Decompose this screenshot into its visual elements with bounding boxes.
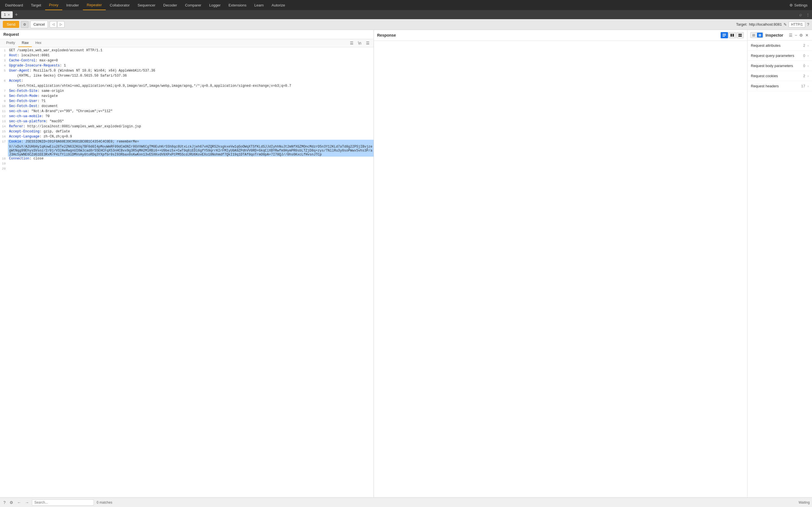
header-key: sec-ch-ua-mobile bbox=[9, 114, 42, 118]
nav-proxy[interactable]: Proxy bbox=[45, 0, 62, 10]
line-content: Sec-Fetch-Site: same-origin bbox=[8, 89, 373, 94]
nav-target[interactable]: Target bbox=[27, 0, 45, 10]
inspector-minus-icon[interactable]: − bbox=[794, 33, 798, 38]
search-input[interactable] bbox=[32, 499, 94, 506]
inspector-item-count: 2 bbox=[803, 43, 805, 48]
settings-button[interactable]: ⚙ Settings bbox=[786, 0, 811, 10]
inspector-settings-icon[interactable]: ⚙ bbox=[799, 33, 804, 38]
inspector-list-icon[interactable]: ☰ bbox=[788, 33, 793, 38]
tab-add-button[interactable]: + bbox=[13, 12, 20, 18]
inspector-item-label: Request headers bbox=[751, 84, 801, 88]
doc-icon[interactable]: ☰ bbox=[349, 40, 355, 46]
tab-search-icon[interactable]: ⌕ bbox=[797, 12, 804, 17]
line-content: Accept-Language: zh-CN,zh;q=0.9 bbox=[8, 135, 373, 140]
line-number: 15 bbox=[0, 129, 8, 135]
svg-rect-3 bbox=[730, 34, 732, 37]
nav-repeater[interactable]: Repeater bbox=[83, 0, 106, 10]
tab-bar: 1 ✕ + ⌕ ⋮ bbox=[0, 10, 812, 19]
header-value: : document bbox=[38, 104, 58, 108]
view-btn-cols[interactable] bbox=[728, 32, 736, 38]
nav-logger[interactable]: Logger bbox=[205, 0, 224, 10]
line-content bbox=[8, 162, 373, 167]
view-btn-split[interactable] bbox=[737, 32, 744, 38]
header-key: Sec-Fetch-User bbox=[9, 99, 38, 103]
inspector-header: ▤ ▦ Inspector ☰ − ⚙ ✕ bbox=[748, 30, 812, 41]
nav-dashboard[interactable]: Dashboard bbox=[1, 0, 27, 10]
tab-hex[interactable]: Hex bbox=[32, 39, 45, 47]
code-line: 5User-Agent: Mozilla/5.0 (Windows NT 10.… bbox=[0, 69, 373, 74]
code-line: 10Sec-Fetch-Dest: document bbox=[0, 104, 373, 109]
tab-icons: ☰ \n ☰ bbox=[349, 40, 371, 46]
code-line: 2Host: localhost:8081 bbox=[0, 54, 373, 59]
inspector-view-toggles: ▤ ▦ bbox=[750, 32, 763, 38]
nav-decoder[interactable]: Decoder bbox=[159, 0, 181, 10]
code-line: 7Sec-Fetch-Site: same-origin bbox=[0, 89, 373, 94]
bottom-back-icon[interactable]: ← bbox=[16, 500, 22, 505]
request-code-area[interactable]: 1GET /samples_web_war_exploded/account H… bbox=[0, 47, 373, 497]
nav-extensions[interactable]: Extensions bbox=[224, 0, 250, 10]
chevron-right-icon: › bbox=[808, 44, 809, 48]
view-btn-wrap[interactable] bbox=[721, 32, 728, 38]
inspector-close-icon[interactable]: ✕ bbox=[805, 33, 809, 38]
code-line: 3Cache-Control: max-age=0 bbox=[0, 59, 373, 64]
bottom-forward-icon[interactable]: → bbox=[24, 500, 30, 505]
matches-count: 0 matches bbox=[97, 501, 112, 504]
nav-learn[interactable]: Learn bbox=[250, 0, 267, 10]
view-toggle-table[interactable]: ▤ bbox=[751, 33, 756, 38]
header-key: sec-ch-ua-platform bbox=[9, 119, 46, 123]
inspector-item-label: Request query parameters bbox=[751, 54, 803, 58]
tab-more-icon[interactable]: ⋮ bbox=[805, 13, 811, 17]
code-line: 16Accept-Language: zh-CN,zh;q=0.9 bbox=[0, 135, 373, 140]
inspector-item-count: 0 bbox=[803, 54, 805, 58]
tab-pretty[interactable]: Pretty bbox=[3, 39, 18, 47]
nav-autorize[interactable]: Autorize bbox=[267, 0, 289, 10]
menu-icon[interactable]: ☰ bbox=[365, 40, 371, 46]
header-key: Accept-Encoding bbox=[9, 129, 40, 133]
line-number: 10 bbox=[0, 104, 8, 109]
bottom-help-icon[interactable]: ? bbox=[2, 500, 7, 505]
nav-next-button[interactable]: ▷ bbox=[57, 21, 64, 27]
header-value: : gzip, deflate bbox=[40, 129, 70, 133]
inspector-item[interactable]: Request query parameters 0 › bbox=[748, 51, 812, 61]
http-version-selector[interactable]: HTTP/1 bbox=[789, 21, 805, 27]
inspector-item-label: Request body parameters bbox=[751, 64, 803, 68]
inspector-title: Inspector bbox=[765, 33, 787, 38]
view-toggle-list[interactable]: ▦ bbox=[757, 33, 763, 38]
code-line: 18Connection: close bbox=[0, 157, 373, 162]
header-value: : zh-CN,zh;q=0.9 bbox=[40, 135, 72, 138]
send-button[interactable]: Send bbox=[3, 21, 19, 28]
newline-icon[interactable]: \n bbox=[357, 40, 363, 46]
tab-close-button[interactable]: ✕ bbox=[8, 13, 10, 16]
settings-icon-button[interactable]: ⚙ bbox=[21, 21, 29, 28]
bottom-settings-icon[interactable]: ⚙ bbox=[8, 500, 14, 505]
inspector-item-count: 17 bbox=[801, 84, 805, 88]
inspector-item[interactable]: Request attributes 2 › bbox=[748, 41, 812, 51]
line-content: Host: localhost:8081 bbox=[8, 54, 373, 59]
code-line: 6Accept: bbox=[0, 79, 373, 84]
target-display: Target: http://localhost:8081 ✎ bbox=[736, 22, 787, 27]
target-edit-icon[interactable]: ✎ bbox=[783, 22, 787, 27]
tab-1[interactable]: 1 ✕ bbox=[1, 11, 13, 18]
inspector-item[interactable]: Request headers 17 › bbox=[748, 81, 812, 91]
nav-sequencer[interactable]: Sequencer bbox=[134, 0, 159, 10]
inspector-item-label: Request cookies bbox=[751, 74, 803, 78]
target-url: http://localhost:8081 bbox=[749, 22, 782, 26]
nav-comparer[interactable]: Comparer bbox=[181, 0, 205, 10]
inspector-item[interactable]: Request body parameters 0 › bbox=[748, 61, 812, 71]
chevron-right-icon: › bbox=[808, 54, 809, 58]
line-number bbox=[0, 145, 8, 157]
nav-collaborator[interactable]: Collaborator bbox=[106, 0, 134, 10]
code-line: 20 bbox=[0, 167, 373, 172]
nav-prev-button[interactable]: ◁ bbox=[50, 21, 57, 27]
nav-intruder[interactable]: Intruder bbox=[62, 0, 83, 10]
inspector-item-label: Request attributes bbox=[751, 43, 803, 48]
help-icon[interactable]: ? bbox=[807, 22, 809, 27]
cancel-button[interactable]: Cancel bbox=[30, 20, 48, 28]
header-value: : "macOS" bbox=[46, 119, 64, 123]
inspector-item[interactable]: Request cookies 2 › bbox=[748, 71, 812, 81]
header-key: Sec-Fetch-Dest bbox=[9, 104, 38, 108]
inspector-items: Request attributes 2 › Request query par… bbox=[748, 41, 812, 497]
tab-raw[interactable]: Raw bbox=[18, 39, 32, 47]
svg-rect-0 bbox=[723, 34, 726, 34]
request-tabs: Pretty Raw Hex ☰ \n ☰ bbox=[0, 39, 373, 47]
